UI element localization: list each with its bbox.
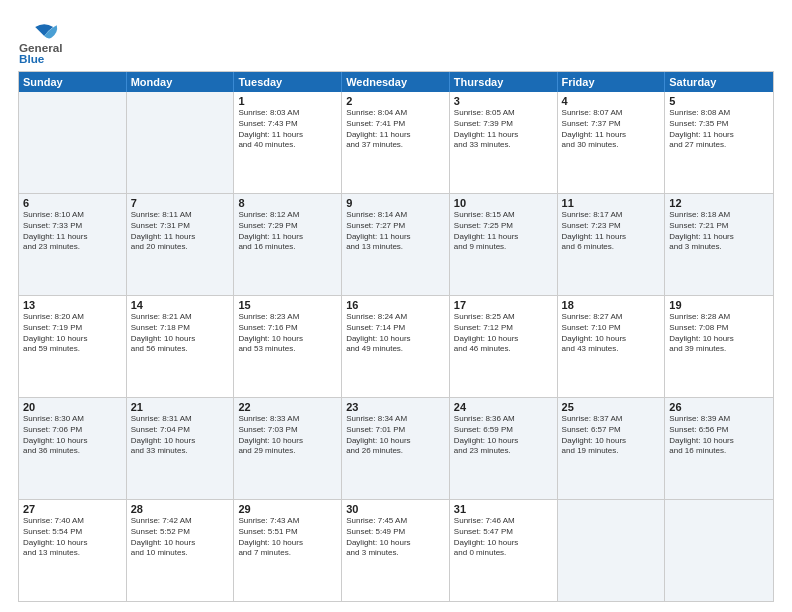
calendar-row: 27Sunrise: 7:40 AM Sunset: 5:54 PM Dayli… [19,499,773,601]
calendar-cell: 26Sunrise: 8:39 AM Sunset: 6:56 PM Dayli… [665,398,773,499]
cell-info: Sunrise: 8:08 AM Sunset: 7:35 PM Dayligh… [669,108,769,151]
calendar-cell: 5Sunrise: 8:08 AM Sunset: 7:35 PM Daylig… [665,92,773,193]
calendar-cell: 22Sunrise: 8:33 AM Sunset: 7:03 PM Dayli… [234,398,342,499]
cell-info: Sunrise: 8:20 AM Sunset: 7:19 PM Dayligh… [23,312,122,355]
day-number: 30 [346,503,445,515]
cell-info: Sunrise: 8:23 AM Sunset: 7:16 PM Dayligh… [238,312,337,355]
day-number: 23 [346,401,445,413]
calendar-cell: 14Sunrise: 8:21 AM Sunset: 7:18 PM Dayli… [127,296,235,397]
day-number: 29 [238,503,337,515]
day-number: 16 [346,299,445,311]
calendar-cell: 17Sunrise: 8:25 AM Sunset: 7:12 PM Dayli… [450,296,558,397]
cell-info: Sunrise: 8:11 AM Sunset: 7:31 PM Dayligh… [131,210,230,253]
calendar-cell: 27Sunrise: 7:40 AM Sunset: 5:54 PM Dayli… [19,500,127,601]
header-saturday: Saturday [665,72,773,92]
cell-info: Sunrise: 8:33 AM Sunset: 7:03 PM Dayligh… [238,414,337,457]
cell-info: Sunrise: 8:21 AM Sunset: 7:18 PM Dayligh… [131,312,230,355]
calendar-cell: 7Sunrise: 8:11 AM Sunset: 7:31 PM Daylig… [127,194,235,295]
day-number: 5 [669,95,769,107]
cell-info: Sunrise: 8:10 AM Sunset: 7:33 PM Dayligh… [23,210,122,253]
day-number: 3 [454,95,553,107]
day-number: 12 [669,197,769,209]
day-number: 20 [23,401,122,413]
header-thursday: Thursday [450,72,558,92]
cell-info: Sunrise: 8:31 AM Sunset: 7:04 PM Dayligh… [131,414,230,457]
calendar-header: Sunday Monday Tuesday Wednesday Thursday… [19,72,773,92]
day-number: 7 [131,197,230,209]
day-number: 14 [131,299,230,311]
calendar-row: 1Sunrise: 8:03 AM Sunset: 7:43 PM Daylig… [19,92,773,193]
day-number: 21 [131,401,230,413]
calendar-cell [558,500,666,601]
cell-info: Sunrise: 8:12 AM Sunset: 7:29 PM Dayligh… [238,210,337,253]
cell-info: Sunrise: 8:17 AM Sunset: 7:23 PM Dayligh… [562,210,661,253]
header-sunday: Sunday [19,72,127,92]
day-number: 18 [562,299,661,311]
cell-info: Sunrise: 8:18 AM Sunset: 7:21 PM Dayligh… [669,210,769,253]
logo-svg: General Blue [18,18,128,63]
calendar-cell: 18Sunrise: 8:27 AM Sunset: 7:10 PM Dayli… [558,296,666,397]
day-number: 25 [562,401,661,413]
calendar-row: 6Sunrise: 8:10 AM Sunset: 7:33 PM Daylig… [19,193,773,295]
day-number: 8 [238,197,337,209]
header: General Blue [18,18,774,63]
calendar-cell: 25Sunrise: 8:37 AM Sunset: 6:57 PM Dayli… [558,398,666,499]
calendar-cell: 15Sunrise: 8:23 AM Sunset: 7:16 PM Dayli… [234,296,342,397]
calendar-cell: 19Sunrise: 8:28 AM Sunset: 7:08 PM Dayli… [665,296,773,397]
logo: General Blue [18,18,128,63]
calendar-cell: 8Sunrise: 8:12 AM Sunset: 7:29 PM Daylig… [234,194,342,295]
calendar-cell: 31Sunrise: 7:46 AM Sunset: 5:47 PM Dayli… [450,500,558,601]
calendar-cell: 12Sunrise: 8:18 AM Sunset: 7:21 PM Dayli… [665,194,773,295]
cell-info: Sunrise: 8:04 AM Sunset: 7:41 PM Dayligh… [346,108,445,151]
cell-info: Sunrise: 8:14 AM Sunset: 7:27 PM Dayligh… [346,210,445,253]
cell-info: Sunrise: 8:27 AM Sunset: 7:10 PM Dayligh… [562,312,661,355]
calendar-cell: 4Sunrise: 8:07 AM Sunset: 7:37 PM Daylig… [558,92,666,193]
calendar-cell: 13Sunrise: 8:20 AM Sunset: 7:19 PM Dayli… [19,296,127,397]
cell-info: Sunrise: 7:46 AM Sunset: 5:47 PM Dayligh… [454,516,553,559]
cell-info: Sunrise: 8:07 AM Sunset: 7:37 PM Dayligh… [562,108,661,151]
day-number: 13 [23,299,122,311]
cell-info: Sunrise: 7:42 AM Sunset: 5:52 PM Dayligh… [131,516,230,559]
day-number: 15 [238,299,337,311]
cell-info: Sunrise: 8:24 AM Sunset: 7:14 PM Dayligh… [346,312,445,355]
svg-text:Blue: Blue [19,52,45,63]
cell-info: Sunrise: 8:25 AM Sunset: 7:12 PM Dayligh… [454,312,553,355]
day-number: 9 [346,197,445,209]
calendar-cell: 2Sunrise: 8:04 AM Sunset: 7:41 PM Daylig… [342,92,450,193]
calendar-cell: 23Sunrise: 8:34 AM Sunset: 7:01 PM Dayli… [342,398,450,499]
cell-info: Sunrise: 7:45 AM Sunset: 5:49 PM Dayligh… [346,516,445,559]
cell-info: Sunrise: 8:34 AM Sunset: 7:01 PM Dayligh… [346,414,445,457]
calendar-cell: 29Sunrise: 7:43 AM Sunset: 5:51 PM Dayli… [234,500,342,601]
calendar-cell: 16Sunrise: 8:24 AM Sunset: 7:14 PM Dayli… [342,296,450,397]
header-friday: Friday [558,72,666,92]
day-number: 2 [346,95,445,107]
day-number: 6 [23,197,122,209]
calendar-cell [665,500,773,601]
calendar-cell: 21Sunrise: 8:31 AM Sunset: 7:04 PM Dayli… [127,398,235,499]
day-number: 27 [23,503,122,515]
calendar-row: 13Sunrise: 8:20 AM Sunset: 7:19 PM Dayli… [19,295,773,397]
day-number: 4 [562,95,661,107]
cell-info: Sunrise: 8:05 AM Sunset: 7:39 PM Dayligh… [454,108,553,151]
day-number: 24 [454,401,553,413]
cell-info: Sunrise: 8:28 AM Sunset: 7:08 PM Dayligh… [669,312,769,355]
day-number: 17 [454,299,553,311]
cell-info: Sunrise: 8:39 AM Sunset: 6:56 PM Dayligh… [669,414,769,457]
calendar: Sunday Monday Tuesday Wednesday Thursday… [18,71,774,602]
cell-info: Sunrise: 7:40 AM Sunset: 5:54 PM Dayligh… [23,516,122,559]
calendar-cell: 24Sunrise: 8:36 AM Sunset: 6:59 PM Dayli… [450,398,558,499]
day-number: 19 [669,299,769,311]
calendar-cell: 10Sunrise: 8:15 AM Sunset: 7:25 PM Dayli… [450,194,558,295]
day-number: 11 [562,197,661,209]
calendar-cell: 3Sunrise: 8:05 AM Sunset: 7:39 PM Daylig… [450,92,558,193]
cell-info: Sunrise: 8:03 AM Sunset: 7:43 PM Dayligh… [238,108,337,151]
calendar-cell: 6Sunrise: 8:10 AM Sunset: 7:33 PM Daylig… [19,194,127,295]
calendar-cell: 28Sunrise: 7:42 AM Sunset: 5:52 PM Dayli… [127,500,235,601]
day-number: 1 [238,95,337,107]
cell-info: Sunrise: 7:43 AM Sunset: 5:51 PM Dayligh… [238,516,337,559]
day-number: 28 [131,503,230,515]
day-number: 26 [669,401,769,413]
header-wednesday: Wednesday [342,72,450,92]
day-number: 31 [454,503,553,515]
calendar-body: 1Sunrise: 8:03 AM Sunset: 7:43 PM Daylig… [19,92,773,601]
